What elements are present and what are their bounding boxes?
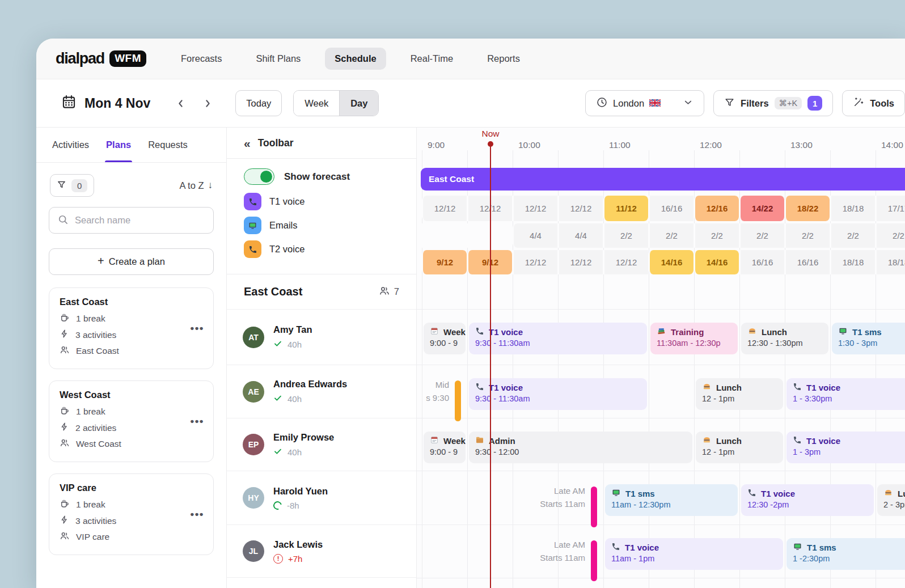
hour-label-14-00: 14:00 <box>881 140 903 150</box>
create-plan-label: Create a plan <box>109 256 165 267</box>
nav-item-real-time[interactable]: Real-Time <box>401 48 463 70</box>
forecast-cell: 16/16 <box>739 250 785 274</box>
event-lunch-harold-yuen[interactable]: Lunch2 - 3pm <box>877 484 905 516</box>
timezone-label: London <box>613 98 644 109</box>
event-t1-sms-amy-tan[interactable]: T1 sms1:30 - 3pm <box>832 323 905 354</box>
sort-control[interactable]: A to Z ↓ <box>179 180 213 191</box>
event-title: Lunch <box>762 327 787 337</box>
legend-label: T1 voice <box>269 196 305 207</box>
event-t1-voice-jack-lewis[interactable]: T1 voice11am - 1pm <box>605 538 783 570</box>
event-t1-voice-andrea-edwards[interactable]: T1 voice9:30 - 11:30am <box>469 378 647 410</box>
person-row-amy-tan[interactable]: ATAmy Tan40h <box>227 309 416 365</box>
event-t1-sms-harold-yuen[interactable]: T1 sms11am - 12:30pm <box>605 484 738 516</box>
legend-item-t1-voice[interactable]: T1 voice <box>244 193 399 210</box>
event-title: Week <box>443 327 466 337</box>
nav-item-reports[interactable]: Reports <box>477 48 530 70</box>
check-icon <box>273 447 282 458</box>
event-week-emily-prowse[interactable]: Week9:00 - 9 <box>424 432 466 463</box>
person-row-harold-yuen[interactable]: HYHarold Yuen-8h <box>227 471 416 524</box>
monitor-icon <box>244 217 261 234</box>
bolt-icon <box>60 515 69 527</box>
toolbar-right: London Filters ⌘+K 1 <box>585 90 905 116</box>
sidebar-tab-plans[interactable]: Plans <box>106 128 131 162</box>
nav-item-forecasts[interactable]: Forecasts <box>171 48 231 70</box>
event-time: 1 - 3:30pm <box>793 394 905 403</box>
event-time: 9:00 - 9 <box>430 339 459 348</box>
now-label: Now <box>476 129 505 139</box>
view-toggle-day[interactable]: Day <box>339 91 378 116</box>
nav-item-shift-plans[interactable]: Shift Plans <box>246 48 310 70</box>
plan-menu-button[interactable]: ••• <box>191 508 204 521</box>
nav-item-schedule[interactable]: Schedule <box>325 48 386 70</box>
event-t1-sms-jack-lewis[interactable]: T1 sms1 -2:30pm <box>786 538 905 570</box>
plan-menu-button[interactable]: ••• <box>191 415 204 428</box>
shift-start-marker[interactable] <box>591 487 597 527</box>
event-time: 9:30 - 11:30am <box>475 394 641 403</box>
forecast-cell: 12/12 <box>513 196 558 221</box>
person-row-andrea-edwards[interactable]: AEAndrea Edwards40h <box>227 365 416 418</box>
event-title: Lunch <box>898 489 905 498</box>
person-row-jack-lewis[interactable]: JLJack Lewis!+7h <box>227 524 416 578</box>
person-name: Jack Lewis <box>273 539 323 550</box>
tools-button[interactable]: Tools <box>842 90 905 116</box>
person-row-emily-prowse[interactable]: EPEmily Prowse40h <box>227 418 416 471</box>
sidebar-tab-activities[interactable]: Activities <box>52 128 89 162</box>
event-time: 12:30 -2pm <box>747 500 868 509</box>
create-plan-button[interactable]: + Create a plan <box>49 248 214 275</box>
event-lunch-andrea-edwards[interactable]: Lunch12 - 1pm <box>696 378 783 410</box>
phone-icon <box>475 382 484 393</box>
forecast-cell: 2/2 <box>694 223 739 248</box>
event-lunch-amy-tan[interactable]: Lunch12:30 - 1:30pm <box>741 323 828 354</box>
plan-menu-button[interactable]: ••• <box>191 322 204 335</box>
monitor-icon <box>793 542 802 553</box>
forecast-cell: 11/12 <box>603 196 649 221</box>
wand-icon <box>853 96 864 110</box>
collapse-toolbar-icon[interactable]: « <box>244 137 251 149</box>
event-week-amy-tan[interactable]: Week9:00 - 9 <box>424 323 466 354</box>
prev-day-button[interactable] <box>171 94 190 113</box>
sidebar-tab-requests[interactable]: Requests <box>148 128 188 162</box>
event-title: Training <box>671 327 704 337</box>
top-nav: dialpad WFM ForecastsShift PlansSchedule… <box>36 39 905 79</box>
coffee-icon <box>60 312 70 325</box>
books-icon <box>657 327 666 337</box>
legend-item-t2-voice[interactable]: T2 voice <box>244 240 399 258</box>
phone-icon <box>244 240 261 258</box>
event-time: 12 - 1pm <box>702 394 777 403</box>
event-t1-voice-harold-yuen[interactable]: T1 voice12:30 -2pm <box>741 484 874 516</box>
view-toggle-week[interactable]: Week <box>294 91 339 116</box>
forecast-cell: 18/18 <box>830 250 876 274</box>
person-name: Emily Prowse <box>273 432 334 443</box>
event-title: Admin <box>489 436 515 446</box>
person-hours-status: 40h <box>273 339 312 350</box>
plan-card-west-coast[interactable]: West Coast1 break2 activitiesWest Coast•… <box>49 380 214 462</box>
event-admin-emily-prowse[interactable]: Admin9:30 - 12:00 <box>469 432 692 463</box>
shift-start-marker[interactable] <box>591 540 597 581</box>
timezone-select[interactable]: London <box>585 90 704 116</box>
plan-card-vip-care[interactable]: VIP care1 break3 activitiesVIP care••• <box>49 473 214 555</box>
forecast-cell: 9/12 <box>422 250 467 274</box>
event-t1-voice-andrea-edwards[interactable]: T1 voice1 - 3:30pm <box>786 378 905 410</box>
avatar: AE <box>243 381 264 403</box>
shift-start-marker[interactable] <box>455 380 461 421</box>
tools-label: Tools <box>870 98 894 109</box>
person-hours-status: 40h <box>273 447 334 458</box>
search-input[interactable] <box>75 215 205 226</box>
phone-icon <box>793 435 802 446</box>
next-day-button[interactable] <box>198 94 217 113</box>
people-icon <box>379 285 390 299</box>
forecast-cell: 18/22 <box>785 196 830 221</box>
legend-item-emails[interactable]: Emails <box>244 217 399 234</box>
event-t1-voice-amy-tan[interactable]: T1 voice9:30 - 11:30am <box>469 323 647 354</box>
forecast-cell: 4/4 <box>513 223 558 248</box>
filters-button[interactable]: Filters ⌘+K 1 <box>713 90 833 116</box>
event-training-amy-tan[interactable]: Training11:30am - 12:30p <box>650 323 738 354</box>
phone-icon <box>793 382 802 393</box>
plan-card-east-coast[interactable]: East Coast1 break3 activitiesEast Coast•… <box>49 287 214 369</box>
event-t1-voice-emily-prowse[interactable]: T1 voice1 - 3pm <box>786 432 905 463</box>
burger-icon <box>883 488 893 499</box>
sidebar-filter-button[interactable]: 0 <box>50 174 94 197</box>
event-lunch-emily-prowse[interactable]: Lunch12 - 1pm <box>696 432 783 463</box>
show-forecast-toggle[interactable] <box>244 168 274 185</box>
today-button[interactable]: Today <box>235 90 282 116</box>
